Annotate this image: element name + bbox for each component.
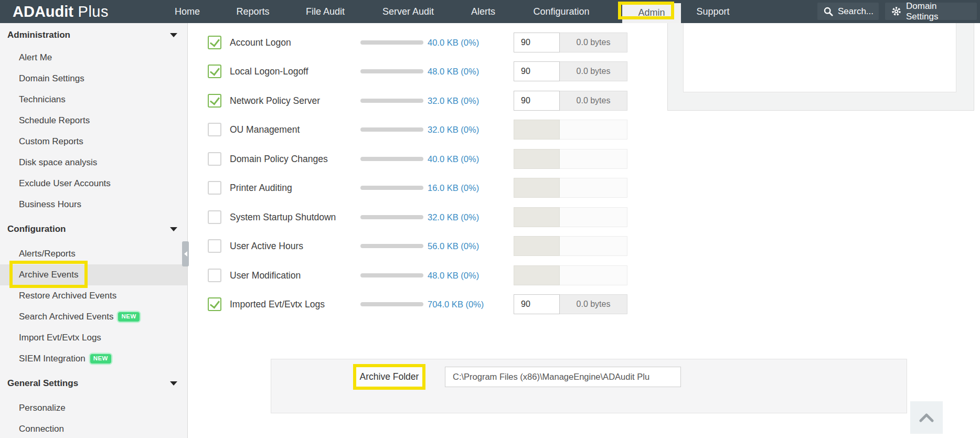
nav-item-configuration[interactable]: Configuration <box>533 0 589 23</box>
sidebar-item-siem-integration[interactable]: SIEM IntegrationNEW <box>0 348 187 369</box>
sidebar-collapse-handle[interactable] <box>182 241 189 266</box>
sidebar-item-label: Connection <box>19 424 64 434</box>
sidebar-item-label: Archive Events <box>19 270 78 280</box>
sidebar-item-label: Schedule Reports <box>19 115 90 125</box>
retention-days-input[interactable] <box>514 61 560 81</box>
category-size-label: 48.0 KB (0%) <box>428 270 479 280</box>
top-right-panel <box>667 23 974 111</box>
retention-days-input <box>514 178 560 198</box>
sidebar-section-administration[interactable]: Administration <box>0 23 187 47</box>
nav-item-server-audit[interactable]: Server Audit <box>382 0 434 23</box>
sidebar-item-exclude-user-accounts[interactable]: Exclude User Accounts <box>0 173 187 194</box>
category-checkbox-checked[interactable] <box>208 94 221 108</box>
archived-size-box: 0.0 bytes <box>560 294 627 314</box>
retention-days-input[interactable] <box>514 91 560 111</box>
chevron-left-icon <box>184 251 187 257</box>
sidebar-item-search-archived-events[interactable]: Search Archived EventsNEW <box>0 306 187 327</box>
new-badge: NEW <box>90 354 111 364</box>
category-checkbox-checked[interactable] <box>208 36 221 49</box>
nav-item-label: Admin <box>638 7 665 18</box>
annotation-box-archive-folder: Archive Folder <box>353 364 425 390</box>
chevron-down-icon <box>170 381 177 386</box>
category-label: OU Management <box>230 124 300 135</box>
sidebar-item-label: Exclude User Accounts <box>19 178 111 188</box>
archive-folder-input[interactable] <box>445 367 681 387</box>
sidebar-item-technicians[interactable]: Technicians <box>0 89 187 110</box>
sidebar-item-import-evt-evtx-logs[interactable]: Import Evt/Evtx Logs <box>0 327 187 348</box>
retention-days-input <box>514 149 560 169</box>
sidebar-item-label: Search Archived Events <box>19 312 113 322</box>
category-size-label: 704.0 KB (0%) <box>428 300 484 309</box>
sidebar-item-label: Disk space analysis <box>19 157 97 167</box>
disk-usage-bar <box>360 127 423 132</box>
search-icon <box>824 7 833 16</box>
domain-settings-label: Domain Settings <box>906 1 971 22</box>
retention-days-input <box>514 236 560 256</box>
sidebar-section-label: Configuration <box>7 224 66 234</box>
nav-item-label: Configuration <box>533 6 589 17</box>
nav-item-alerts[interactable]: Alerts <box>471 0 495 23</box>
nav-item-support[interactable]: Support <box>696 0 729 23</box>
sidebar-item-alert-me[interactable]: Alert Me <box>0 47 187 68</box>
category-checkbox-unchecked[interactable] <box>208 269 221 282</box>
nav-item-file-audit[interactable]: File Audit <box>306 0 345 23</box>
nav-item-admin[interactable]: Admin <box>622 3 681 23</box>
nav-item-label: Alerts <box>471 6 495 17</box>
sidebar-item-domain-settings[interactable]: Domain Settings <box>0 68 187 89</box>
domain-settings-button[interactable]: Domain Settings <box>885 3 977 20</box>
app-logo[interactable]: ADAudit Plus <box>13 0 109 23</box>
archive-folder-label: Archive Folder <box>360 371 419 382</box>
category-checkbox-unchecked[interactable] <box>208 152 221 166</box>
disk-usage-bar <box>360 215 423 219</box>
sidebar-item-restore-archived-events[interactable]: Restore Archived Events <box>0 285 187 306</box>
nav-item-reports[interactable]: Reports <box>236 0 269 23</box>
archived-size-box <box>560 120 627 140</box>
sidebar-item-label: Business Hours <box>19 199 81 209</box>
retention-days-input[interactable] <box>514 33 560 52</box>
category-size-label: 40.0 KB (0%) <box>428 154 479 164</box>
sidebar-item-business-hours[interactable]: Business Hours <box>0 194 187 215</box>
scroll-to-top-button[interactable] <box>910 401 943 434</box>
sidebar: AdministrationAlert MeDomain SettingsTec… <box>0 23 188 438</box>
category-checkbox-checked[interactable] <box>208 65 221 78</box>
sidebar-item-alerts-reports[interactable]: Alerts/Reports <box>0 243 187 264</box>
sidebar-item-custom-reports[interactable]: Custom Reports <box>0 131 187 152</box>
sidebar-item-archive-events[interactable]: Archive Events <box>0 264 187 285</box>
archived-size-box <box>560 236 627 256</box>
disk-usage-bar <box>360 244 423 248</box>
category-label: Imported Evt/Evtx Logs <box>230 299 325 310</box>
nav-item-label: Server Audit <box>382 6 434 17</box>
category-checkbox-unchecked[interactable] <box>208 239 221 253</box>
sidebar-section-label: Administration <box>7 30 70 40</box>
category-size-label: 32.0 KB (0%) <box>428 125 479 135</box>
nav-item-home[interactable]: Home <box>175 0 200 23</box>
sidebar-section-general-settings[interactable]: General Settings <box>0 369 187 398</box>
disk-usage-bar <box>360 69 423 73</box>
chevron-up-icon <box>919 413 934 422</box>
sidebar-section-configuration[interactable]: Configuration <box>0 215 187 243</box>
archived-size-box: 0.0 bytes <box>560 91 627 111</box>
sidebar-item-connection[interactable]: Connection <box>0 419 187 438</box>
category-checkbox-unchecked[interactable] <box>208 181 221 195</box>
category-checkbox-unchecked[interactable] <box>208 123 221 136</box>
sidebar-item-label: SIEM Integration <box>19 354 86 364</box>
sidebar-item-personalize[interactable]: Personalize <box>0 398 187 419</box>
category-label: User Modification <box>230 270 301 281</box>
category-label: Domain Policy Changes <box>230 153 328 164</box>
category-checkbox-checked[interactable] <box>208 297 221 311</box>
sidebar-item-label: Alert Me <box>19 52 52 62</box>
category-size-label: 32.0 KB (0%) <box>428 95 479 105</box>
category-checkbox-unchecked[interactable] <box>208 210 221 224</box>
sidebar-item-disk-space-analysis[interactable]: Disk space analysis <box>0 152 187 173</box>
global-search-button[interactable]: Search... <box>817 3 879 20</box>
sidebar-item-schedule-reports[interactable]: Schedule Reports <box>0 110 187 131</box>
sidebar-item-label: Technicians <box>19 94 66 104</box>
nav-item-label: Home <box>175 6 200 17</box>
category-label: Network Policy Server <box>230 95 320 106</box>
archived-size-box <box>560 207 627 227</box>
sidebar-item-label: Personalize <box>19 403 66 413</box>
archived-size-box <box>560 149 627 169</box>
retention-days-input[interactable] <box>514 294 560 314</box>
category-label: Printer Auditing <box>230 183 292 194</box>
retention-days-input <box>514 207 560 227</box>
